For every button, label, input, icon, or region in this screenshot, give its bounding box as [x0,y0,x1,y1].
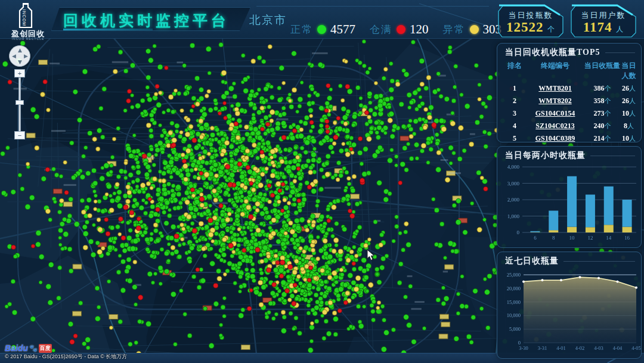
pan-up-icon[interactable]: ▲ [18,48,22,53]
users-unit: 人 [629,97,636,104]
top5-row: 2WMT8202358个26人 [497,95,641,107]
bottles-unit: 个 [605,97,611,104]
top5-bottles: 240个 [583,122,621,131]
stat-unit: 人 [616,25,624,33]
zoom-track[interactable] [18,77,21,132]
pan-right-icon[interactable]: ▶ [24,54,28,59]
map-pan-control[interactable]: ▲ ◀ ▶ ▼ [9,45,30,67]
map-attribution: © 2017 Baidu - GS(2015)2650号 - Data © 长地… [5,353,127,361]
dashboard: INCOM 盈创回收 INCOM RECYCLE 回收机实时监控平台 北京市 正… [0,0,644,363]
top5-terminal: WMT8201 [527,84,583,93]
status-legend: 正常4577仓满120异常303 [290,22,501,37]
svg-text:4-04: 4-04 [613,345,623,351]
zoom-out-button[interactable]: − [14,131,25,139]
svg-text:15,000: 15,000 [507,299,521,305]
terminal-link[interactable]: SZ104C0213 [535,122,574,130]
bottles-unit: 个 [605,110,611,117]
top5-row: 1WMT8201386个26人 [497,82,641,95]
users-unit: 人 [627,122,634,129]
bottles-unit: 个 [605,135,611,142]
top5-table-header: 排名终端编号当日收瓶量当日人数 [497,59,641,82]
svg-text:INCOM: INCOM [22,10,26,26]
seven-day-area-panel: 近七日收瓶量 05,00010,00015,00020,00025,0003-3… [497,252,642,359]
terminal-link[interactable]: GS104C0154 [535,109,575,117]
top5-row: 3GS104C0154273个10人 [497,107,641,120]
top5-terminal: GS104C0389 [527,134,583,143]
bottles-unit: 个 [605,122,611,129]
svg-text:8: 8 [552,235,555,241]
top5-bottles: 386个 [583,84,621,93]
svg-text:3-30: 3-30 [519,345,528,351]
legend-dot-icon [317,25,326,34]
two-hour-bar-chart: 01,0002,0003,0004,0006810121416 [497,162,641,247]
area-chart-title: 近七日收瓶量 [497,252,641,268]
top5-rank: 3 [502,109,527,118]
legend-item-2: 仓满120 [370,22,429,37]
svg-text:14: 14 [606,235,612,241]
top5-row: 5GS104C0389214个10人 [497,132,641,145]
legend-dot-icon [397,25,405,34]
zoom-handle[interactable] [16,100,24,105]
top5-terminal: SZ104C0213 [527,122,583,131]
pan-left-icon[interactable]: ◀ [12,54,16,59]
top5-terminal: WMT8202 [527,97,583,106]
stat-unit: 个 [547,25,555,33]
top5-panel: 当日回收机收瓶量TOP5 排名终端编号当日收瓶量当日人数 1WMT8201386… [497,43,642,142]
page-title: 回收机实时监控平台 [63,11,230,30]
bar-chart-title: 当日每两小时收瓶量 [497,147,641,162]
zoom-in-button[interactable]: + [14,69,25,77]
map-navigation-control: ▲ ◀ ▶ ▼ + − [8,45,32,139]
top5-rank: 5 [502,134,527,143]
terminal-link[interactable]: WMT8202 [538,97,571,105]
top5-terminal: GS104C0154 [527,109,583,118]
baidu-paw-icon: 🐾 [29,345,38,352]
top5-table-body: 1WMT8201386个26人2WMT8202358个26人3GS104C015… [497,82,641,145]
seven-day-area-chart: 05,00010,00015,00020,00025,0003-303-314-… [497,268,641,357]
svg-text:4-05: 4-05 [631,345,641,351]
legend-item-3: 异常303 [443,22,502,37]
svg-text:20,000: 20,000 [507,286,521,291]
svg-text:1,000: 1,000 [507,213,520,219]
terminal-link[interactable]: WMT8201 [538,84,571,92]
stat-value: 1174 人 [569,20,637,35]
legend-label: 异常 [443,23,466,36]
top5-bottles: 358个 [583,97,621,106]
top5-row: 4SZ104C0213240个8人 [497,120,641,132]
svg-text:10,000: 10,000 [507,312,521,318]
stat-box-2: 当日用户数1174 人 [569,4,637,39]
svg-text:0: 0 [517,229,520,235]
svg-text:12: 12 [587,235,593,241]
terminal-link[interactable]: GS104C0389 [535,134,575,142]
users-unit: 人 [629,135,636,142]
incom-bottle-logo-icon: INCOM [16,3,36,29]
two-hour-bar-panel: 当日每两小时收瓶量 01,0002,0003,0004,000681012141… [497,146,642,248]
svg-text:10: 10 [569,235,575,241]
top5-col-1: 排名 [502,61,527,81]
baidu-logo-text: Baidu [5,343,28,353]
title-underline [63,29,153,30]
svg-text:5,000: 5,000 [509,326,521,332]
top5-bottles: 214个 [583,134,621,143]
stat-value: 12522 个 [497,20,565,35]
legend-count: 120 [410,22,429,37]
legend-count: 4577 [330,22,355,37]
pan-down-icon[interactable]: ▼ [18,60,22,65]
users-unit: 人 [629,85,636,92]
map-zoom-slider: + − [14,69,25,139]
svg-text:4-03: 4-03 [594,345,603,351]
brand-subtitle: INCOM RECYCLE [5,37,51,41]
baidu-logo-cn: 百度 [39,344,52,353]
legend-label: 正常 [290,23,313,36]
mouse-cursor [367,249,375,261]
top5-col-3: 当日收瓶量 [583,61,621,81]
svg-text:25,000: 25,000 [507,272,521,278]
bottles-unit: 个 [605,85,611,92]
svg-text:4,000: 4,000 [507,164,520,170]
top5-col-4: 当日人数 [621,61,636,81]
top5-users: 26人 [621,84,636,93]
city-selector[interactable]: 北京市 [249,13,287,28]
top5-rank: 4 [502,122,527,131]
svg-text:4-01: 4-01 [556,345,566,351]
top5-col-2: 终端编号 [527,61,583,81]
svg-text:2,000: 2,000 [507,197,520,203]
